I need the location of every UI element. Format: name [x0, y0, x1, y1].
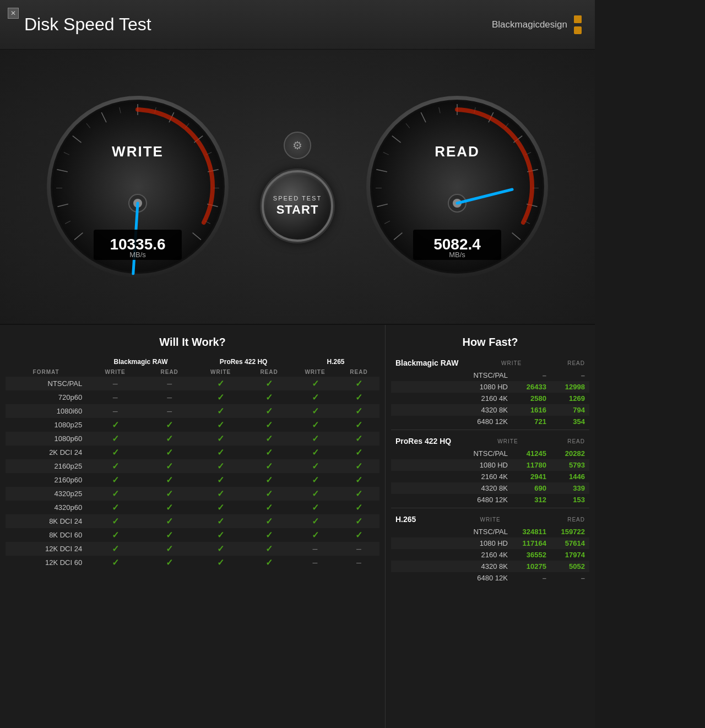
- hf-section: H.265 WRITE READNTSC/PAL 324811 15972210…: [391, 513, 589, 584]
- table-cell: ✓: [338, 432, 379, 446]
- table-row: 2160p25✓✓✓✓✓✓: [6, 459, 379, 473]
- table-cell: ✓: [195, 501, 246, 514]
- table-cell: ✓: [292, 514, 338, 528]
- table-cell: ✓: [292, 446, 338, 459]
- table-cell: ✓: [246, 459, 292, 473]
- format-label: 1080p25: [6, 418, 86, 432]
- table-cell: ✓: [246, 514, 292, 528]
- format-label: 8K DCI 24: [6, 514, 86, 528]
- hf-read-val: 5793: [546, 461, 585, 469]
- format-label: 8K DCI 60: [6, 528, 86, 542]
- hf-data-row: NTSC/PAL 41245 20282: [391, 448, 589, 459]
- table-cell: ✓: [246, 473, 292, 487]
- write-unit-text: MB/s: [129, 251, 146, 259]
- hf-res-label: NTSC/PAL: [395, 528, 508, 536]
- table-cell: ✓: [338, 528, 379, 542]
- gear-button[interactable]: ⚙: [284, 132, 311, 159]
- hf-data-row: 6480 12K – –: [391, 572, 589, 584]
- table-cell: ✓: [195, 514, 246, 528]
- hf-write-val: 690: [508, 484, 546, 492]
- table-cell: –: [144, 390, 195, 404]
- table-cell: ✓: [246, 390, 292, 404]
- h265-read-header: READ: [338, 367, 379, 377]
- format-label: 1080p60: [6, 432, 86, 446]
- table-cell: ✓: [246, 542, 292, 556]
- gauges-section: WRITE 10335.6 MB/s ⚙ SPEED TEST START: [0, 50, 595, 325]
- logo-icon-row2: [574, 26, 582, 34]
- prores-read-header: READ: [246, 367, 292, 377]
- table-cell: ✓: [292, 418, 338, 432]
- hf-data-row: 1080 HD 11780 5793: [391, 459, 589, 471]
- table-cell: ✓: [144, 432, 195, 446]
- table-cell: ✓: [338, 514, 379, 528]
- hf-codec-name: ProRes 422 HQ: [395, 437, 451, 446]
- table-row: NTSC/PAL––✓✓✓✓: [6, 377, 379, 390]
- will-it-work-title: Will It Work?: [6, 336, 379, 349]
- table-cell: ✓: [338, 446, 379, 459]
- will-it-work-table: Blackmagic RAW ProRes 422 HQ H.265 FORMA…: [6, 356, 379, 569]
- how-fast-content: Blackmagic RAW WRITE READNTSC/PAL – –108…: [391, 356, 589, 584]
- table-cell: ✓: [292, 528, 338, 542]
- table-row: 12K DCI 60✓✓✓✓––: [6, 556, 379, 569]
- close-button[interactable]: ✕: [8, 8, 19, 19]
- hf-res-label: NTSC/PAL: [395, 449, 508, 458]
- hf-codec-name: Blackmagic RAW: [395, 358, 458, 367]
- table-cell: –: [292, 542, 338, 556]
- hf-res-label: 6480 12K: [395, 574, 508, 582]
- table-row: 1080p60✓✓✓✓✓✓: [6, 432, 379, 446]
- format-label: 4320p25: [6, 487, 86, 501]
- blackmagic-raw-header: Blackmagic RAW: [86, 356, 195, 367]
- table-cell: ✓: [292, 390, 338, 404]
- hf-data-row: NTSC/PAL – –: [391, 370, 589, 381]
- read-gauge: READ 5082.4 MB/s: [341, 93, 573, 280]
- format-label: 12K DCI 24: [6, 542, 86, 556]
- hf-write-col-label: WRITE: [483, 360, 522, 366]
- table-cell: –: [86, 404, 144, 418]
- table-col-labels-row: FORMAT WRITE READ WRITE READ WRITE READ: [6, 367, 379, 377]
- format-label: 1080i60: [6, 404, 86, 418]
- hf-data-row: 4320 8K 1616 794: [391, 404, 589, 416]
- format-label: 720p60: [6, 390, 86, 404]
- format-label: 2K DCI 24: [6, 446, 86, 459]
- table-cell: ✓: [144, 418, 195, 432]
- hf-data-row: NTSC/PAL 324811 159722: [391, 526, 589, 537]
- table-cell: ✓: [86, 487, 144, 501]
- hf-write-val: 117164: [508, 539, 546, 547]
- hf-read-val: –: [546, 371, 585, 379]
- table-row: 2160p60✓✓✓✓✓✓: [6, 473, 379, 487]
- hf-read-val: 12998: [546, 383, 585, 391]
- table-cell: ✓: [338, 459, 379, 473]
- table-cell: ✓: [246, 556, 292, 569]
- svg-text:READ: READ: [435, 143, 480, 160]
- hf-read-val: 1269: [546, 394, 585, 403]
- table-cell: –: [86, 377, 144, 390]
- table-cell: –: [86, 390, 144, 404]
- hf-write-val: –: [508, 574, 546, 582]
- start-button[interactable]: SPEED TEST START: [262, 170, 333, 242]
- hf-divider: [391, 430, 589, 430]
- hf-read-col-label: READ: [546, 517, 585, 523]
- hf-read-val: 57614: [546, 539, 585, 547]
- table-row: 8K DCI 24✓✓✓✓✓✓: [6, 514, 379, 528]
- write-gauge: WRITE 10335.6 MB/s: [22, 93, 253, 280]
- hf-data-row: 1080 HD 117164 57614: [391, 537, 589, 549]
- table-cell: ✓: [292, 487, 338, 501]
- hf-read-val: 5052: [546, 562, 585, 571]
- hf-read-val: 17974: [546, 551, 585, 559]
- hf-read-val: 159722: [546, 528, 585, 536]
- hf-res-label: 6480 12K: [395, 496, 508, 504]
- hf-write-val: 36552: [508, 551, 546, 559]
- table-cell: –: [292, 556, 338, 569]
- table-cell: ✓: [246, 418, 292, 432]
- hf-data-row: 6480 12K 312 153: [391, 494, 589, 506]
- hf-divider: [391, 508, 589, 508]
- format-label: NTSC/PAL: [6, 377, 86, 390]
- hf-read-val: 354: [546, 417, 585, 426]
- table-cell: ✓: [144, 556, 195, 569]
- table-cell: ✓: [246, 432, 292, 446]
- table-cell: ✓: [144, 514, 195, 528]
- table-row: 12K DCI 24✓✓✓✓––: [6, 542, 379, 556]
- hf-res-label: 4320 8K: [395, 484, 508, 492]
- table-cell: ✓: [292, 432, 338, 446]
- title-bar: ✕ Disk Speed Test Blackmagicdesign: [0, 0, 595, 50]
